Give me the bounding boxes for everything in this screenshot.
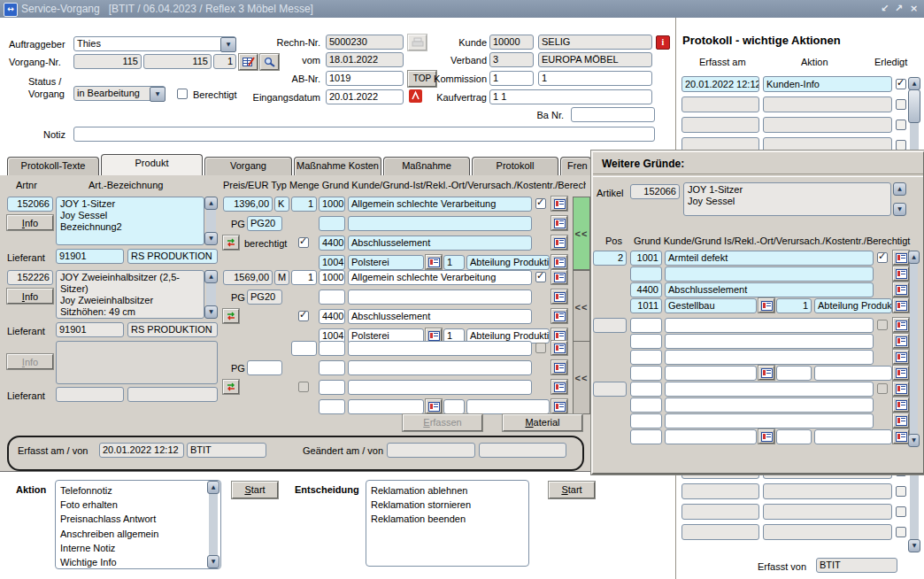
- rekl-ort-field[interactable]: [348, 380, 532, 395]
- grund-nr-field[interactable]: [319, 341, 345, 356]
- lov-button[interactable]: [551, 380, 567, 394]
- lov-button[interactable]: [426, 399, 442, 413]
- rekl-ort-field[interactable]: [665, 350, 874, 365]
- pg-field[interactable]: [247, 360, 282, 375]
- lov-button[interactable]: [893, 298, 909, 313]
- verursach-field[interactable]: [348, 399, 424, 414]
- pg-field[interactable]: PG20: [247, 216, 282, 231]
- lov-button[interactable]: [758, 298, 774, 313]
- rekl-ort-field[interactable]: [665, 413, 874, 428]
- kostentr-nr-field[interactable]: 1: [776, 298, 812, 313]
- verursach-field[interactable]: Polsterei: [348, 255, 424, 270]
- maximize-button[interactable]: ↗: [892, 2, 905, 16]
- scrollbar-thumb[interactable]: [908, 89, 920, 123]
- preis-field[interactable]: 1396,00: [223, 197, 273, 212]
- rekl-ort-nr-field[interactable]: 4400: [630, 282, 662, 297]
- scroll-up-icon[interactable]: ▲: [204, 270, 218, 283]
- typ-field[interactable]: K: [274, 197, 289, 212]
- vom-field[interactable]: 18.01.2022: [326, 52, 404, 67]
- verursach-nr-field[interactable]: 1004: [319, 255, 345, 270]
- artikel-textarea[interactable]: JOY 1-Sitzer Joy Sessel: [683, 182, 891, 216]
- lov-button[interactable]: [758, 366, 774, 380]
- lov-button[interactable]: [758, 429, 774, 444]
- rekl-ort-nr-field[interactable]: [630, 413, 662, 428]
- collapse-bar[interactable]: <<: [573, 341, 590, 414]
- list-item[interactable]: Reklamation ablehnen: [371, 483, 524, 498]
- lov-button[interactable]: [893, 429, 909, 444]
- pos-field[interactable]: 2: [593, 251, 627, 266]
- vorgang-nr-field-1[interactable]: 115: [73, 54, 142, 69]
- kostentr-field[interactable]: Abteilung Produktio: [466, 255, 550, 270]
- lov-button[interactable]: [426, 255, 442, 269]
- rekl-ort-nr-field[interactable]: [319, 380, 345, 395]
- lov-button[interactable]: [551, 341, 567, 355]
- bezeichnung-textarea[interactable]: JOY 1-Sitzer Joy Sessel Bezeichnung2: [56, 197, 204, 245]
- grund-ist-field[interactable]: [348, 216, 532, 231]
- scroll-down-icon[interactable]: ▼: [893, 203, 906, 216]
- list-item[interactable]: Foto erhalten: [60, 498, 216, 512]
- rekl-ort-nr-field[interactable]: 4400: [319, 235, 345, 251]
- ab-nr-field[interactable]: 1019: [326, 71, 404, 86]
- scroll-up-icon[interactable]: ▲: [204, 197, 218, 210]
- collapse-bar[interactable]: <<: [573, 197, 590, 270]
- kostentr-nr-field[interactable]: [776, 429, 812, 444]
- minimize-button[interactable]: ↙: [878, 2, 891, 16]
- scroll-down-icon[interactable]: ▼: [207, 555, 219, 568]
- notiz-input[interactable]: [73, 127, 655, 142]
- lov-button[interactable]: [551, 360, 567, 374]
- scroll-down-icon[interactable]: ▼: [908, 539, 920, 552]
- erfasst-am-cell[interactable]: [681, 504, 759, 520]
- erledigt-checkbox[interactable]: [896, 527, 906, 537]
- bezeichnung-scrollbar[interactable]: ▲▼: [204, 197, 218, 245]
- grund-ist-field[interactable]: [348, 290, 532, 305]
- aktion-start-button[interactable]: Start: [232, 482, 278, 498]
- erfasst-von-user-field[interactable]: BTIT: [187, 443, 266, 458]
- lov-button[interactable]: [893, 398, 909, 412]
- erfasst-von-field[interactable]: BTIT: [816, 558, 897, 573]
- pdf-icon[interactable]: [409, 89, 422, 103]
- tab-fremd[interactable]: Fren: [560, 157, 591, 175]
- typ-field[interactable]: M: [274, 270, 289, 285]
- swap-button[interactable]: [223, 235, 239, 250]
- menge-field[interactable]: 1: [291, 197, 317, 212]
- vorgang-nr-field-3[interactable]: 1: [213, 54, 236, 69]
- erfasst-am-cell[interactable]: [681, 483, 759, 499]
- lov-button[interactable]: [551, 290, 567, 304]
- verursach-field[interactable]: [665, 429, 757, 444]
- lov-button[interactable]: [893, 251, 909, 265]
- protokoll-row[interactable]: [681, 504, 906, 520]
- kostentr-nr-field[interactable]: [776, 366, 812, 381]
- kommission-field-1[interactable]: 1: [489, 71, 534, 86]
- info-button[interactable]: Info: [7, 215, 53, 230]
- tab-produkt[interactable]: Produkt: [101, 154, 203, 175]
- material-button[interactable]: Material: [503, 414, 582, 431]
- kostentr-field[interactable]: [814, 429, 892, 444]
- lov-button[interactable]: [551, 235, 567, 250]
- lieferant-name-field[interactable]: RS PRODUKTION: [127, 249, 218, 264]
- lieferant-nr-field[interactable]: 91901: [56, 322, 124, 337]
- auftraggeber-dropdown-icon[interactable]: ▼: [220, 37, 236, 52]
- grund-nr-field[interactable]: [630, 318, 662, 333]
- tab-protokoll[interactable]: Protokoll: [472, 157, 558, 175]
- lov-button[interactable]: [551, 255, 567, 269]
- grund-field[interactable]: Armteil defekt: [665, 251, 874, 266]
- kunde-nr-field[interactable]: 10000: [489, 35, 534, 50]
- geaendert-am-field[interactable]: [387, 443, 475, 458]
- rekl-ort-nr-field[interactable]: [630, 350, 662, 365]
- grund-ist-field[interactable]: [348, 360, 532, 375]
- bezeichnung-textarea[interactable]: JOY Zweieinhalbsitzer (2,5-Sitzer) Joy Z…: [56, 270, 204, 319]
- verursach-nr-field[interactable]: [630, 366, 662, 381]
- grund-field[interactable]: Allgemein schlechte Verarbeitung: [348, 270, 532, 285]
- grund-ist-field[interactable]: [665, 266, 874, 282]
- menge-field[interactable]: 1: [291, 270, 317, 285]
- aktion-cell[interactable]: [763, 524, 892, 540]
- aktion-cell[interactable]: [763, 96, 892, 112]
- kunde-info-icon[interactable]: i: [656, 35, 670, 50]
- kunde-name-field[interactable]: SELIG: [538, 35, 652, 50]
- grund-ist-nr-field[interactable]: [630, 398, 662, 413]
- grund-field[interactable]: [665, 318, 874, 333]
- lov-button[interactable]: [551, 197, 567, 211]
- erledigt-checkbox[interactable]: [896, 486, 906, 497]
- protokoll-row[interactable]: [681, 117, 906, 133]
- berechtigt-row-checkbox[interactable]: [298, 311, 309, 321]
